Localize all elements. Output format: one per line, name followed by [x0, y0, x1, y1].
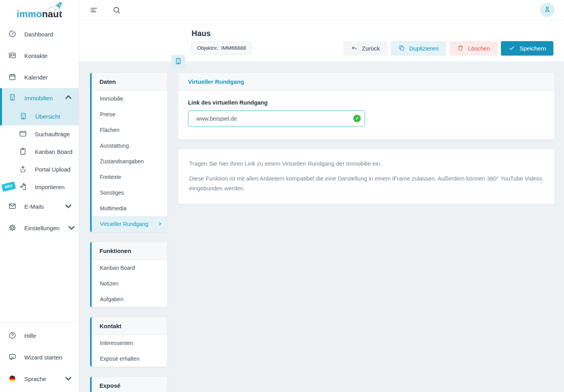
- rocket-icon: [46, 1, 64, 16]
- user-icon: [543, 5, 551, 15]
- upload-icon: [19, 165, 27, 174]
- duplicate-button[interactable]: Duplizieren: [391, 41, 446, 56]
- check-icon: [508, 45, 515, 52]
- building-icon: [8, 93, 16, 103]
- chevron-down-icon: [64, 374, 72, 384]
- subnav-item-expose-erhalten[interactable]: Exposé erhalten: [92, 351, 167, 367]
- info-paragraph-1: Tragen Sie hier ihren Link zu einem Virt…: [189, 159, 544, 169]
- duplicate-button-label: Duplizieren: [409, 45, 439, 51]
- field-label: Link des virtuellen Rundgang: [188, 99, 545, 106]
- german-flag-icon: [8, 374, 16, 384]
- sidebar-item-suchauftraege[interactable]: Suchaufträge: [0, 125, 79, 143]
- import-icon: [19, 182, 27, 192]
- logo-text-immo: immo: [16, 9, 42, 19]
- sidebar-footer: Hilfe Wizard starten: [0, 322, 79, 392]
- app-logo[interactable]: immonaut: [0, 0, 79, 21]
- clipboard-icon: [19, 147, 27, 157]
- sidebar-group-immobilien: Immobilien: [0, 88, 79, 125]
- sidebar-item-einstellungen[interactable]: Einstellungen: [0, 217, 79, 239]
- info-card: Tragen Sie hier ihren Link zu einem Virt…: [178, 149, 555, 204]
- subnav-item-zustandsangaben[interactable]: Zustandsangaben: [92, 154, 167, 169]
- card-body: Link des virtuellen Rundgang ✓: [178, 91, 555, 139]
- main-area: Haus Objektnr.: IMM66888 Zurück: [79, 0, 564, 392]
- property-type-tile: [171, 55, 185, 69]
- content-area: Daten Immobilie Preise Flächen Ausstattu…: [79, 61, 564, 392]
- back-button-label: Zurück: [362, 45, 380, 51]
- subnav-column: Daten Immobilie Preise Flächen Ausstattu…: [90, 72, 168, 392]
- subnav-panel-funktionen: Funktionen Kanban Board Notizen Aufgaben: [90, 242, 168, 307]
- sidebar-item-label: Einstellungen: [24, 225, 60, 231]
- sidebar-item-label: Kontakte: [24, 52, 47, 59]
- sidebar: immonaut Dashboard: [0, 0, 79, 392]
- sidebar-item-label: Kanban Board: [35, 148, 72, 155]
- subnav-item-immobilie[interactable]: Immobilie: [92, 91, 167, 107]
- building-icon: [174, 57, 182, 67]
- info-paragraph-2: Diese Funktion ist mit allen Anbietern k…: [189, 174, 544, 193]
- subnav-section-title: Funktionen: [92, 242, 167, 260]
- dashboard-icon: [8, 30, 16, 39]
- header-actions: Zurück Duplizieren: [343, 41, 553, 56]
- menu-icon[interactable]: [89, 5, 99, 15]
- save-button-label: Speichern: [519, 45, 546, 51]
- check-circle-icon: ✓: [353, 115, 361, 122]
- sidebar-item-uebersicht[interactable]: Übersicht: [0, 108, 79, 125]
- chevron-down-icon: [67, 224, 76, 233]
- sidebar-item-portal-upload[interactable]: Portal Upload: [0, 161, 79, 178]
- subnav-item-aufgaben[interactable]: Aufgaben: [92, 291, 167, 307]
- sidebar-item-label: Portal Upload: [35, 166, 70, 173]
- neu-badge: NEU: [1, 181, 16, 192]
- sidebar-item-kanban-board[interactable]: Kanban Board: [0, 143, 79, 161]
- wizard-chat-icon: [8, 353, 16, 362]
- subnav-item-notizen[interactable]: Notizen: [92, 276, 167, 291]
- trash-icon: [457, 45, 464, 52]
- subnav-item-multimedia[interactable]: Multimedia: [92, 201, 167, 216]
- delete-button[interactable]: Löschen: [450, 41, 498, 56]
- subnav-item-ausstattung[interactable]: Ausstattung: [92, 138, 167, 154]
- chevron-right-icon: [158, 221, 162, 227]
- window-icon: [19, 130, 27, 139]
- app-root: immonaut Dashboard: [0, 0, 564, 392]
- subnav-item-virtueller-rundgang[interactable]: Virtueller Rundgang: [92, 216, 167, 232]
- subnav-item-flaechen[interactable]: Flächen: [92, 122, 167, 138]
- subnav-item-kanban-board[interactable]: Kanban Board: [92, 260, 167, 276]
- subnav-item-sonstiges[interactable]: Sonstiges: [92, 185, 167, 201]
- subnav-item-preise[interactable]: Preise: [92, 107, 167, 122]
- sidebar-item-importieren[interactable]: NEU Importieren: [0, 178, 79, 196]
- sidebar-item-label: Übersicht: [35, 113, 60, 120]
- sidebar-item-label: E-Mails: [24, 203, 44, 210]
- sidebar-item-label: Dashboard: [24, 31, 53, 38]
- main-column: Virtueller Rundgang Link des virtuellen …: [178, 72, 555, 392]
- sidebar-item-label: Importieren: [35, 184, 65, 190]
- subnav-section-title: Kontakt: [92, 317, 167, 335]
- copy-icon: [398, 45, 405, 52]
- sidebar-item-label: Wizard starten: [24, 354, 62, 361]
- sidebar-item-hilfe[interactable]: Hilfe: [0, 325, 79, 347]
- card-title: Virtueller Rundgang: [178, 73, 555, 91]
- back-arrow-icon: [351, 45, 358, 52]
- virtual-tour-card: Virtueller Rundgang Link des virtuellen …: [178, 72, 555, 140]
- subnav-item-freitexte[interactable]: Freitexte: [92, 169, 167, 185]
- sidebar-item-wizard-starten[interactable]: Wizard starten: [0, 347, 79, 368]
- sidebar-item-sprache[interactable]: Sprache: [0, 368, 79, 390]
- user-avatar[interactable]: [540, 3, 555, 17]
- page-title: Haus: [192, 29, 251, 38]
- search-icon[interactable]: [112, 5, 121, 15]
- sidebar-nav: Dashboard Kontakte: [0, 21, 79, 322]
- sidebar-item-kalender[interactable]: Kalender: [0, 67, 79, 88]
- virtual-tour-url-input[interactable]: [188, 110, 365, 126]
- building-icon: [19, 112, 27, 121]
- subnav-item-interessenten[interactable]: Interessenten: [92, 335, 167, 351]
- subnav-item-label: Virtueller Rundgang: [100, 221, 148, 227]
- chevron-down-icon: [64, 202, 72, 211]
- sidebar-item-immobilien[interactable]: Immobilien: [0, 88, 79, 108]
- sidebar-item-label: Sprache: [24, 376, 46, 382]
- sidebar-item-dashboard[interactable]: Dashboard: [0, 23, 79, 45]
- subnav-section-title: Exposé: [92, 377, 167, 392]
- sidebar-item-kontakte[interactable]: Kontakte: [0, 45, 79, 67]
- sidebar-item-label: Kalender: [24, 74, 48, 81]
- back-button[interactable]: Zurück: [343, 41, 387, 56]
- sidebar-item-emails[interactable]: E-Mails: [0, 196, 79, 217]
- save-button[interactable]: Speichern: [501, 41, 553, 56]
- page-header: Haus Objektnr.: IMM66888 Zurück: [79, 20, 564, 61]
- subnav-panel-expose: Exposé: [90, 376, 168, 392]
